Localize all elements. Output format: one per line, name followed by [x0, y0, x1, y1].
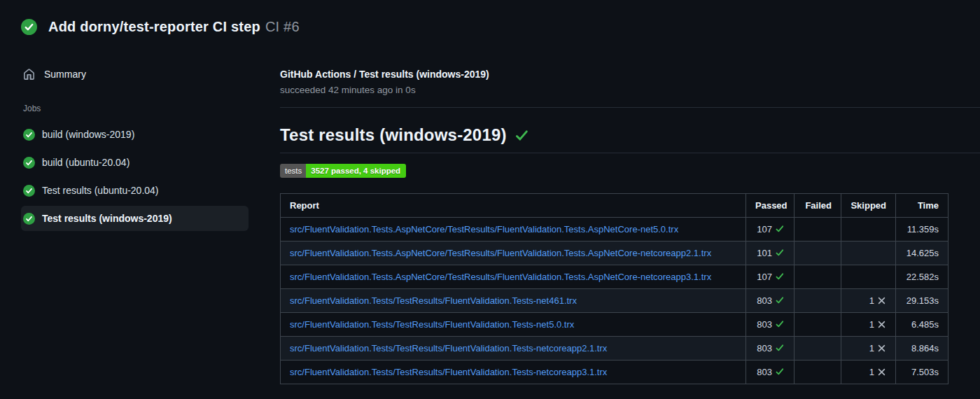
passed-count: 107 — [757, 224, 772, 234]
passed-count: 803 — [757, 343, 772, 354]
skipped-cell: 1 — [841, 360, 896, 384]
failed-cell — [794, 265, 841, 289]
passed-count: 803 — [757, 319, 772, 330]
badge-value: 3527 passed, 4 skipped — [306, 164, 406, 178]
column-header-time: Time — [896, 194, 948, 218]
sidebar-item-build-windows-2019[interactable]: build (windows-2019) — [21, 122, 248, 147]
time-value: 7.503s — [911, 367, 939, 377]
failed-cell — [794, 360, 841, 384]
failed-cell — [794, 218, 841, 241]
table-row: src/FluentValidation.Tests.AspNetCore/Te… — [281, 241, 948, 265]
report-cell: src/FluentValidation.Tests/TestResults/F… — [281, 360, 746, 384]
report-link[interactable]: src/FluentValidation.Tests/TestResults/F… — [290, 343, 607, 354]
failed-cell — [794, 337, 841, 360]
tests-badge[interactable]: tests 3527 passed, 4 skipped — [280, 164, 406, 178]
success-check-circle-icon — [23, 213, 35, 225]
skipped-count: 1 — [869, 319, 874, 330]
success-check-circle-icon — [23, 129, 35, 141]
failed-cell — [794, 241, 841, 265]
run-title: Add dorny/test-reporter CI stepCI #6 — [48, 19, 300, 35]
passed-cell: 803 — [746, 313, 794, 337]
report-link[interactable]: src/FluentValidation.Tests.AspNetCore/Te… — [290, 272, 711, 282]
passed-count: 107 — [757, 272, 772, 282]
passed-cell: 101 — [746, 241, 794, 265]
check-run-title: GitHub Actions / Test results (windows-2… — [280, 69, 948, 80]
success-check-circle-icon — [23, 185, 35, 197]
time-value: 8.864s — [911, 343, 939, 354]
report-cell: src/FluentValidation.Tests.AspNetCore/Te… — [281, 265, 746, 289]
report-link[interactable]: src/FluentValidation.Tests/TestResults/F… — [290, 367, 607, 377]
skipped-cell — [841, 241, 896, 265]
failed-cell — [794, 313, 841, 337]
sidebar: Summary Jobs build (windows-2019) build … — [0, 35, 280, 234]
check-icon — [775, 367, 785, 377]
column-header-skipped: Skipped — [841, 194, 896, 218]
report-cell: src/FluentValidation.Tests/TestResults/F… — [281, 289, 746, 313]
time-value: 6.485s — [911, 319, 939, 330]
sidebar-item-test-results-windows-2019[interactable]: Test results (windows-2019) — [21, 206, 248, 231]
job-label: build (ubuntu-20.04) — [42, 157, 130, 168]
report-table: Report Passed Failed Skipped Time src/Fl… — [280, 193, 948, 384]
sidebar-item-summary[interactable]: Summary — [21, 66, 270, 83]
report-link[interactable]: src/FluentValidation.Tests.AspNetCore/Te… — [290, 248, 711, 258]
run-number: CI #6 — [265, 19, 300, 34]
passed-cell: 107 — [746, 265, 794, 289]
time-value: 11.359s — [907, 224, 939, 234]
passed-count: 803 — [757, 367, 772, 377]
skipped-count: 1 — [869, 367, 874, 377]
report-cell: src/FluentValidation.Tests.AspNetCore/Te… — [281, 218, 746, 241]
badge-label: tests — [280, 164, 306, 178]
check-icon — [775, 272, 785, 281]
job-label: Test results (ubuntu-20.04) — [42, 185, 159, 196]
time-cell: 29.153s — [896, 289, 948, 313]
report-link[interactable]: src/FluentValidation.Tests/TestResults/F… — [290, 295, 577, 306]
table-row: src/FluentValidation.Tests.AspNetCore/Te… — [281, 218, 948, 241]
x-icon — [877, 320, 886, 329]
job-label: Test results (windows-2019) — [42, 213, 172, 224]
skipped-count: 1 — [869, 343, 874, 354]
column-header-passed: Passed — [746, 194, 794, 218]
job-label: build (windows-2019) — [42, 129, 134, 140]
table-row: src/FluentValidation.Tests/TestResults/F… — [281, 313, 948, 337]
skipped-cell: 1 — [841, 313, 896, 337]
time-value: 29.153s — [906, 295, 939, 306]
passed-cell: 107 — [746, 218, 794, 241]
skipped-cell — [841, 218, 896, 241]
time-cell: 22.582s — [896, 265, 948, 289]
passed-cell: 803 — [746, 337, 794, 360]
table-header-row: Report Passed Failed Skipped Time — [281, 194, 948, 218]
time-value: 14.625s — [906, 248, 939, 258]
check-icon — [775, 343, 785, 353]
table-row: src/FluentValidation.Tests.AspNetCore/Te… — [281, 265, 948, 289]
passed-cell: 803 — [746, 289, 794, 313]
x-icon — [877, 344, 886, 353]
table-row: src/FluentValidation.Tests/TestResults/F… — [281, 360, 948, 384]
home-icon — [23, 69, 35, 80]
report-cell: src/FluentValidation.Tests/TestResults/F… — [281, 313, 746, 337]
column-header-failed: Failed — [794, 194, 841, 218]
run-header: Add dorny/test-reporter CI stepCI #6 — [0, 0, 980, 35]
section-title-text: Test results (windows-2019) — [280, 125, 507, 145]
passed-count: 803 — [757, 295, 772, 306]
report-link[interactable]: src/FluentValidation.Tests.AspNetCore/Te… — [290, 224, 678, 234]
passed-count: 101 — [757, 248, 772, 258]
main-panel: GitHub Actions / Test results (windows-2… — [280, 35, 980, 384]
report-link[interactable]: src/FluentValidation.Tests/TestResults/F… — [290, 319, 574, 330]
failed-cell — [794, 289, 841, 313]
sidebar-item-build-ubuntu-2004[interactable]: build (ubuntu-20.04) — [21, 150, 248, 175]
run-title-text: Add dorny/test-reporter CI step — [48, 19, 260, 34]
time-cell: 11.359s — [896, 218, 948, 241]
check-icon — [775, 248, 785, 258]
time-cell: 6.485s — [896, 313, 948, 337]
report-cell: src/FluentValidation.Tests.AspNetCore/Te… — [281, 241, 746, 265]
time-cell: 7.503s — [896, 360, 948, 384]
divider — [280, 107, 980, 108]
passed-cell: 803 — [746, 360, 794, 384]
sidebar-item-test-results-ubuntu-2004[interactable]: Test results (ubuntu-20.04) — [21, 178, 248, 203]
success-check-circle-icon — [23, 157, 35, 169]
check-icon — [514, 128, 529, 143]
check-icon — [775, 319, 785, 329]
badge-row: tests 3527 passed, 4 skipped — [280, 164, 948, 178]
table-row: src/FluentValidation.Tests/TestResults/F… — [281, 337, 948, 360]
x-icon — [877, 296, 886, 305]
